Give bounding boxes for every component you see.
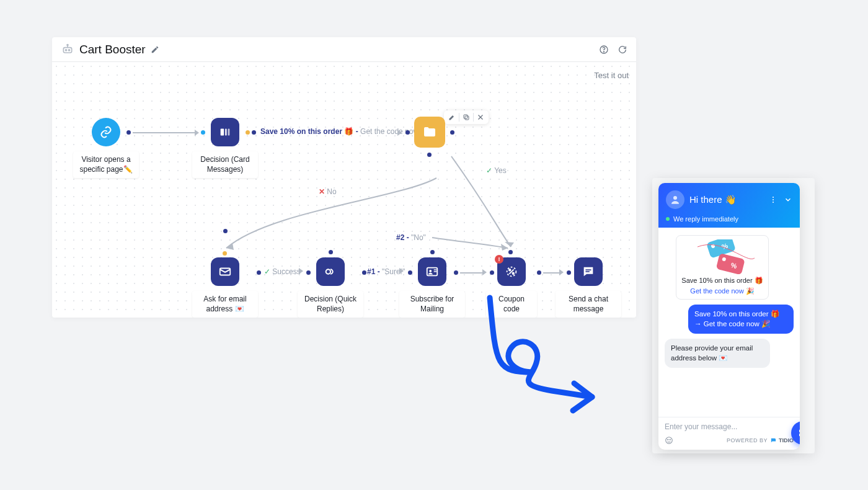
chat-card-title: Save 10% on this order 🎁 xyxy=(680,277,764,285)
refresh-icon[interactable] xyxy=(618,45,627,55)
node-decision-quick-label: Decision (Quick Replies) xyxy=(298,291,363,318)
edit-title-icon[interactable] xyxy=(151,45,159,54)
node-trigger-label: Visitor opens a specific page✏️ xyxy=(73,151,139,178)
node-decision-cards-label: Decision (Card Messages) xyxy=(192,151,258,178)
svg-rect-0 xyxy=(63,47,71,52)
test-it-out-button[interactable]: Test it out xyxy=(594,71,629,80)
svg-point-20 xyxy=(429,270,432,272)
tidio-logo-icon xyxy=(770,437,777,444)
svg-point-25 xyxy=(509,269,511,271)
svg-rect-13 xyxy=(465,116,469,120)
node-coupon[interactable]: ! Coupon code xyxy=(486,236,537,318)
svg-rect-14 xyxy=(464,115,467,118)
toolbar-close-icon[interactable] xyxy=(476,113,485,122)
svg-point-1 xyxy=(65,49,66,50)
svg-point-32 xyxy=(773,202,774,203)
chat-header: Hi there 👋 We reply immediately xyxy=(658,183,800,228)
node-decision-cards[interactable]: Decision (Card Messages) xyxy=(192,118,258,178)
toolbar-copy-icon[interactable] xyxy=(462,113,471,122)
branch-no: ✕ No xyxy=(319,187,337,196)
svg-point-4 xyxy=(67,44,68,45)
svg-rect-21 xyxy=(434,269,437,270)
chat-title: Hi there 👋 xyxy=(689,194,737,205)
svg-point-41 xyxy=(670,439,670,440)
node-ask-email[interactable]: Ask for email address 💌 xyxy=(192,236,258,318)
flow-editor: Cart Booster Test it out xyxy=(52,37,636,318)
emoji-icon[interactable] xyxy=(665,436,673,445)
email-icon xyxy=(211,257,239,286)
chat-input-placeholder: Enter your message... xyxy=(665,422,794,431)
svg-point-30 xyxy=(773,197,774,198)
editor-header: Cart Booster xyxy=(52,37,636,62)
svg-point-18 xyxy=(326,269,330,274)
node-coupon-label: Coupon code xyxy=(486,291,537,318)
cards-icon xyxy=(211,118,239,146)
svg-rect-27 xyxy=(585,269,591,270)
flow-canvas[interactable]: Test it out Visitor opens a specific pag… xyxy=(52,62,636,318)
chat-bubble-bot: Please provide your email address below … xyxy=(665,339,770,368)
svg-rect-10 xyxy=(221,129,224,136)
node-trigger[interactable]: Visitor opens a specific page✏️ xyxy=(73,118,139,178)
chat-widget: Hi there 👋 We reply immediately % xyxy=(658,183,800,450)
branch-success: ✓ Success xyxy=(264,267,301,276)
svg-rect-12 xyxy=(228,129,230,136)
node-decision-quick[interactable]: Decision (Quick Replies) xyxy=(298,236,363,318)
chat-icon xyxy=(574,257,603,286)
quick-reply-icon xyxy=(316,257,345,286)
node-ask-email-label: Ask for email address 💌 xyxy=(192,291,258,318)
card-message-label: Save 10% on this order 🎁 - Get the code … xyxy=(260,127,440,136)
node-subscribe-label: Subscribe for Mailing xyxy=(399,291,465,318)
svg-point-31 xyxy=(773,199,774,200)
chat-bubble-user: Save 10% on this order 🎁 → Get the code … xyxy=(688,305,794,334)
more-icon[interactable] xyxy=(769,195,777,204)
chat-subtitle: We reply immediately xyxy=(666,215,792,223)
link-icon xyxy=(92,118,120,146)
chat-footer: POWERED BY TIDIO xyxy=(658,434,800,450)
chat-input[interactable]: Enter your message... xyxy=(658,417,800,434)
coupon-icon: ! xyxy=(497,257,526,286)
chat-body: % % Save 10% on this order 🎁 Get the cod… xyxy=(658,228,800,417)
help-icon[interactable] xyxy=(599,45,609,55)
folder-icon xyxy=(414,117,445,148)
svg-point-2 xyxy=(68,49,69,50)
svg-rect-22 xyxy=(434,271,437,272)
avatar xyxy=(666,190,684,209)
node-toolbar xyxy=(444,110,489,124)
chat-card[interactable]: % % Save 10% on this order 🎁 Get the cod… xyxy=(676,235,769,300)
svg-rect-36 xyxy=(716,253,745,274)
warning-badge: ! xyxy=(495,255,503,264)
svg-point-40 xyxy=(668,439,668,440)
flow-title: Cart Booster xyxy=(79,43,146,56)
svg-point-29 xyxy=(673,196,677,200)
node-subscribe[interactable]: Subscribe for Mailing xyxy=(399,236,465,318)
contact-icon xyxy=(418,257,446,286)
svg-rect-28 xyxy=(585,271,589,272)
chat-card-cta[interactable]: Get the code now 🎉 xyxy=(680,287,764,295)
svg-point-26 xyxy=(512,272,514,274)
svg-rect-11 xyxy=(225,129,227,136)
toolbar-edit-icon[interactable] xyxy=(448,113,456,122)
chat-preview-panel: Hi there 👋 We reply immediately % xyxy=(652,178,815,453)
svg-point-6 xyxy=(603,51,604,51)
node-send-chat-label: Send a chat message xyxy=(556,291,621,318)
node-card-gallery[interactable] xyxy=(414,117,445,148)
chevron-down-icon[interactable] xyxy=(784,195,792,204)
branch-yes: ✓ Yes xyxy=(486,166,507,175)
bot-icon xyxy=(61,43,74,56)
node-send-chat[interactable]: Send a chat message xyxy=(556,236,621,318)
discount-tags-icon: % % xyxy=(680,239,764,274)
svg-point-39 xyxy=(666,437,673,444)
